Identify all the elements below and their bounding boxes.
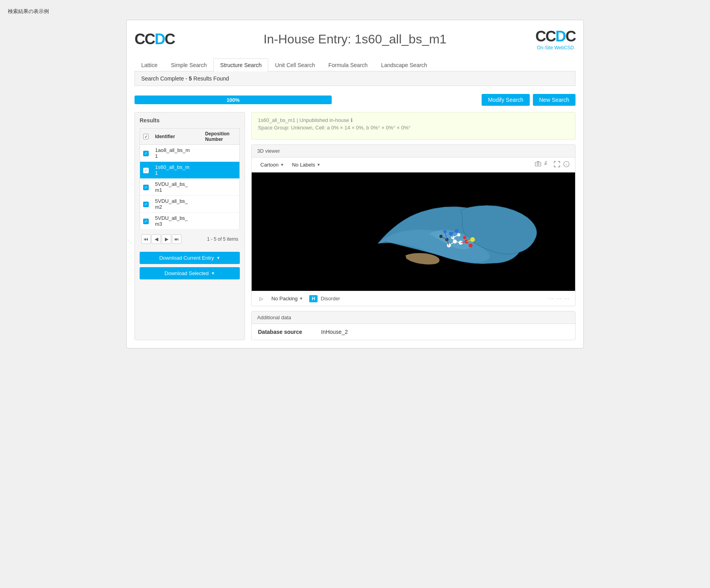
dropdown-arrow-icon: ▼ — [216, 256, 220, 260]
no-labels-label: No Labels — [292, 162, 315, 168]
nav-tabs: Lattice Simple Search Structure Search U… — [135, 58, 575, 71]
col-header-identifier: Identifier — [152, 129, 202, 145]
svg-text:i: i — [566, 163, 567, 167]
tab-unit-cell-search[interactable]: Unit Cell Search — [268, 58, 321, 71]
axis-y-icon[interactable]: ⋯ — [556, 296, 562, 302]
search-buttons: Modify Search New Search — [482, 94, 575, 106]
col-header-check: ✓ — [140, 129, 152, 145]
checkbox-icon[interactable]: ✓ — [143, 185, 149, 190]
download-current-label: Download Current Entry — [159, 255, 214, 261]
search-status-text: Search Complete - 5 Results Found — [141, 75, 569, 82]
results-table: ✓ Identifier DepositionNumber ✓ 1ao8_all… — [140, 128, 240, 230]
ccdc-logo-subtitle: On-Site WebCSD — [535, 45, 575, 51]
main-layout: Results ✓ Identifier DepositionNumber ✓ — [135, 112, 575, 340]
data-label-database-source: Database source — [258, 329, 313, 335]
checkbox-icon[interactable]: ✓ — [143, 202, 149, 207]
svg-rect-0 — [535, 162, 541, 166]
cartoon-dropdown[interactable]: Cartoon ▼ — [257, 161, 287, 169]
svg-point-1 — [537, 163, 539, 165]
screenshot-icon[interactable] — [535, 161, 541, 169]
table-row[interactable]: ✓ 5VDU_all_bs_m3 — [140, 213, 240, 230]
info-icon[interactable]: i — [563, 161, 570, 169]
checkbox-icon[interactable]: ✓ — [143, 151, 149, 156]
search-status-bar: Search Complete - 5 Results Found — [135, 71, 575, 86]
modify-search-button[interactable]: Modify Search — [482, 94, 529, 106]
reset-icon[interactable] — [544, 161, 551, 169]
table-row-selected[interactable]: ✓ 1s60_all_bs_m1 — [140, 162, 240, 179]
prev-page-button[interactable]: ◀ — [151, 234, 161, 244]
row-deposition — [202, 145, 240, 162]
table-row[interactable]: ✓ 5VDU_all_bs_m1 — [140, 179, 240, 196]
search-controls: 100% Modify Search New Search — [135, 91, 575, 107]
row-checkbox-selected[interactable]: ✓ — [140, 162, 152, 179]
row-deposition — [202, 179, 240, 196]
row-checkbox[interactable]: ✓ — [140, 145, 152, 162]
row-checkbox[interactable]: ✓ — [140, 213, 152, 230]
viewer-toolbar: Cartoon ▼ No Labels ▼ — [252, 157, 575, 172]
pagination-info: 1 - 5 of 5 items — [207, 236, 238, 242]
row-identifier[interactable]: 5VDU_all_bs_m2 — [152, 196, 202, 213]
tab-structure-search[interactable]: Structure Search — [213, 58, 268, 71]
ccdc-logo-right: CCDC On-Site WebCSD — [535, 28, 575, 51]
axis-z-icon[interactable]: ⋯ — [564, 296, 570, 302]
row-checkbox[interactable]: ✓ — [140, 179, 152, 196]
header-checkbox[interactable]: ✓ — [143, 134, 149, 139]
tab-formula-search[interactable]: Formula Search — [322, 58, 375, 71]
entry-info-card: 1s60_all_bs_m1 | Unpublished in-house ℹ … — [251, 112, 575, 140]
additional-data-header: Additional data — [252, 311, 575, 324]
col-header-deposition: DepositionNumber — [202, 129, 240, 145]
next-page-button[interactable]: ▶ — [162, 234, 171, 244]
row-checkbox[interactable]: ✓ — [140, 196, 152, 213]
header: CCDC In-House Entry: 1s60_all_bs_m1 CCDC… — [135, 28, 575, 51]
last-page-button[interactable]: ⏭ — [172, 234, 181, 244]
row-identifier-selected[interactable]: 1s60_all_bs_m1 — [152, 162, 202, 179]
progress-bar: 100% — [135, 96, 332, 104]
viewer-footer-right: ⋯ ⋯ ⋯ — [548, 296, 570, 302]
tab-lattice[interactable]: Lattice — [135, 58, 164, 71]
results-panel: Results ✓ Identifier DepositionNumber ✓ — [135, 112, 245, 340]
axis-x-icon[interactable]: ⋯ — [548, 296, 554, 302]
results-title: Results — [140, 117, 240, 124]
tab-landscape-search[interactable]: Landscape Search — [374, 58, 434, 71]
viewer-card: 3D viewer Cartoon ▼ No Labels ▼ — [251, 144, 575, 306]
viewer-footer: ▷ No Packing ▼ H Disorder ⋯ ⋯ ⋯ — [252, 291, 575, 306]
cartoon-arrow-icon: ▼ — [280, 163, 284, 167]
checkbox-icon[interactable]: ✓ — [143, 219, 149, 224]
additional-data-content: Database source InHouse_2 — [252, 324, 575, 340]
progress-label: 100% — [226, 97, 239, 103]
download-buttons: Download Current Entry ▼ Download Select… — [140, 252, 240, 279]
no-labels-dropdown[interactable]: No Labels ▼ — [289, 161, 323, 169]
no-packing-label: No Packing — [271, 296, 297, 301]
svg-point-16 — [463, 236, 466, 239]
page-caption: 検索結果の表示例 — [8, 8, 702, 15]
ccdc-logo-left: CCDC — [135, 31, 175, 48]
tab-simple-search[interactable]: Simple Search — [164, 58, 213, 71]
table-row[interactable]: ✓ 5VDU_all_bs_m2 — [140, 196, 240, 213]
h-toggle-button[interactable]: H — [309, 295, 318, 302]
first-page-button[interactable]: ⏮ — [141, 234, 151, 244]
additional-data-card: Additional data Database source InHouse_… — [251, 311, 575, 340]
row-deposition — [202, 196, 240, 213]
play-button[interactable]: ▷ — [257, 295, 265, 303]
new-search-button[interactable]: New Search — [533, 94, 575, 106]
table-row[interactable]: ✓ 1ao8_all_bs_m1 — [140, 145, 240, 162]
svg-rect-2 — [537, 161, 539, 162]
download-current-button[interactable]: Download Current Entry ▼ — [140, 252, 240, 264]
viewer-canvas[interactable] — [252, 172, 575, 291]
row-deposition-selected — [202, 162, 240, 179]
row-identifier[interactable]: 5VDU_all_bs_m1 — [152, 179, 202, 196]
dropdown-arrow-icon-2: ▼ — [211, 271, 215, 275]
fullscreen-icon[interactable] — [554, 161, 560, 169]
viewer-toolbar-right: i — [535, 161, 570, 169]
download-selected-label: Download Selected — [164, 270, 209, 276]
download-selected-button[interactable]: Download Selected ▼ — [140, 267, 240, 279]
checkbox-icon-selected[interactable]: ✓ — [143, 168, 149, 173]
no-packing-dropdown[interactable]: No Packing ▼ — [268, 294, 306, 303]
row-identifier[interactable]: 1ao8_all_bs_m1 — [152, 145, 202, 162]
pagination-buttons: ⏮ ◀ ▶ ⏭ — [141, 234, 181, 244]
disorder-button[interactable]: Disorder — [321, 296, 340, 301]
data-row: Database source InHouse_2 — [258, 329, 569, 335]
row-identifier[interactable]: 5VDU_all_bs_m3 — [152, 213, 202, 230]
entry-info-line1: 1s60_all_bs_m1 | Unpublished in-house ℹ — [258, 117, 569, 123]
no-packing-arrow-icon: ▼ — [299, 296, 303, 301]
